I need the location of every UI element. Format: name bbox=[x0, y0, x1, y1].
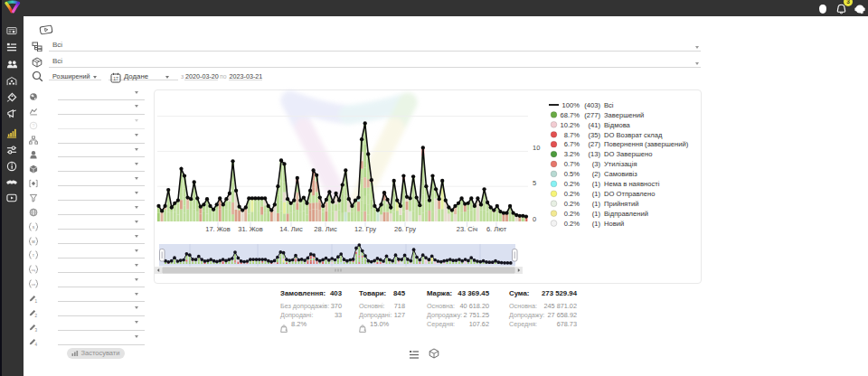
svg-text:(1): (1) bbox=[592, 220, 601, 228]
svg-text:(1): (1) bbox=[592, 180, 601, 188]
svg-text:DO Возврат склад: DO Возврат склад bbox=[604, 131, 663, 139]
svg-text:8.7%: 8.7% bbox=[564, 131, 580, 139]
svg-text:100%: 100% bbox=[562, 101, 580, 109]
svg-text:(277): (277) bbox=[584, 111, 600, 119]
svg-text:10.2%: 10.2% bbox=[560, 121, 580, 129]
svg-text:DO Отправлено: DO Отправлено bbox=[604, 190, 655, 198]
svg-text:0.2%: 0.2% bbox=[564, 190, 580, 198]
svg-text:(1): (1) bbox=[592, 200, 601, 208]
svg-text:23. Січ: 23. Січ bbox=[457, 225, 478, 233]
svg-text:14. Лис: 14. Лис bbox=[279, 225, 303, 233]
svg-text:Всі: Всі bbox=[604, 101, 614, 109]
svg-text:Прийнятий: Прийнятий bbox=[604, 200, 638, 208]
svg-text:(2): (2) bbox=[592, 170, 601, 178]
svg-text:3.2%: 3.2% bbox=[564, 150, 580, 158]
svg-text:Завершений: Завершений bbox=[604, 111, 644, 119]
svg-text:10: 10 bbox=[533, 144, 540, 152]
svg-text:(27): (27) bbox=[588, 140, 600, 148]
svg-text:Нема в наявності: Нема в наявності bbox=[604, 180, 660, 188]
svg-text:68.7%: 68.7% bbox=[560, 111, 580, 119]
svg-text:17. Жов: 17. Жов bbox=[205, 225, 231, 233]
svg-text:Повернення (завершений): Повернення (завершений) bbox=[604, 140, 689, 148]
svg-text:(41): (41) bbox=[588, 121, 600, 129]
svg-text:0: 0 bbox=[533, 215, 536, 223]
svg-text:0.7%: 0.7% bbox=[564, 160, 580, 168]
svg-text:Відправлений: Відправлений bbox=[604, 210, 648, 218]
svg-text:(1): (1) bbox=[592, 190, 601, 198]
svg-text:0.2%: 0.2% bbox=[564, 180, 580, 188]
svg-text:6.7%: 6.7% bbox=[564, 140, 580, 148]
svg-text:(403): (403) bbox=[584, 101, 600, 109]
svg-text:0.5%: 0.5% bbox=[564, 170, 580, 178]
svg-text:28. Лис: 28. Лис bbox=[314, 225, 337, 233]
svg-text:26. Гру: 26. Гру bbox=[394, 225, 416, 233]
svg-text:Відмова: Відмова bbox=[604, 121, 631, 129]
svg-text:DO Завершено: DO Завершено bbox=[604, 150, 652, 158]
svg-text:(35): (35) bbox=[588, 131, 600, 139]
svg-text:0.2%: 0.2% bbox=[564, 210, 580, 218]
svg-text:Новий: Новий bbox=[604, 220, 624, 228]
svg-text:31. Жов: 31. Жов bbox=[238, 225, 263, 233]
svg-text:Самовивіз: Самовивіз bbox=[604, 170, 637, 178]
svg-text:(3): (3) bbox=[592, 160, 601, 168]
svg-text:0.2%: 0.2% bbox=[564, 200, 580, 208]
svg-text:(13): (13) bbox=[588, 150, 600, 158]
svg-text:6. Лют: 6. Лют bbox=[486, 225, 507, 233]
svg-text:5: 5 bbox=[533, 179, 536, 187]
svg-text:Утилізація: Утилізація bbox=[604, 160, 637, 168]
svg-text:0.2%: 0.2% bbox=[564, 220, 580, 228]
svg-text:(1): (1) bbox=[592, 210, 601, 218]
svg-text:12. Гру: 12. Гру bbox=[354, 225, 376, 233]
